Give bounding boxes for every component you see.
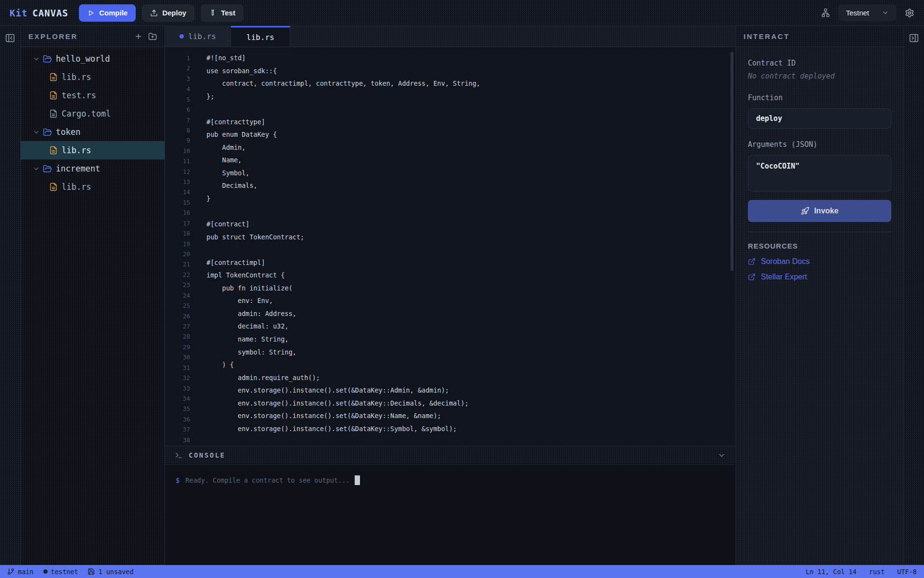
app-body: EXPLORER hello_worldlib.rstest.rsCargo.t… xyxy=(0,26,924,565)
editor-tab-label: lib.rs xyxy=(246,33,274,42)
line-number: 29 xyxy=(165,342,190,352)
plus-icon xyxy=(134,32,142,40)
line-number: 10 xyxy=(165,146,190,156)
line-number: 2 xyxy=(165,63,190,73)
collapse-sidebar-button[interactable] xyxy=(5,32,15,44)
console-title: CONSOLE xyxy=(189,451,226,459)
unsaved-status-label: 1 unsaved xyxy=(98,568,133,576)
new-folder-button[interactable] xyxy=(148,32,157,41)
console-header[interactable]: CONSOLE xyxy=(165,446,735,465)
tree-item-lib-rs[interactable]: lib.rs xyxy=(21,68,165,86)
file-icon xyxy=(49,109,58,118)
code-line: contract, contractimpl, contracttype, to… xyxy=(206,77,726,90)
file-icon xyxy=(49,146,58,155)
code-line: env.storage().instance().set(&DataKey::N… xyxy=(206,409,726,422)
line-number-gutter: 1234567891011121314151617181920212223242… xyxy=(165,53,190,445)
network-dropdown[interactable]: Testnet xyxy=(838,4,897,21)
console-line: $ Ready. Compile a contract to see outpu… xyxy=(176,475,725,485)
logo-kit: Kit xyxy=(10,8,27,18)
explorer-title: EXPLORER xyxy=(28,32,78,40)
explorer-header: EXPLORER xyxy=(21,26,165,47)
line-number: 1 xyxy=(165,53,190,63)
tree-item-increment[interactable]: increment xyxy=(21,159,165,178)
line-number: 20 xyxy=(165,249,190,259)
code-content[interactable]: #![no_std]use soroban_sdk::{ contract, c… xyxy=(206,52,726,435)
editor-tabbar: lib.rslib.rs xyxy=(165,26,735,47)
tree-item-token[interactable]: token xyxy=(21,123,165,141)
editor-scrollbar[interactable] xyxy=(731,52,733,271)
collapse-interact-button[interactable] xyxy=(909,32,919,44)
line-number: 3 xyxy=(165,74,190,84)
tree-item-name: lib.rs xyxy=(62,145,91,155)
test-tube-icon xyxy=(209,9,217,17)
code-line: env.storage().instance().set(&DataKey::S… xyxy=(206,422,726,435)
git-branch-status[interactable]: main xyxy=(7,568,34,576)
code-line: }; xyxy=(206,90,726,103)
code-editor[interactable]: 1234567891011121314151617181920212223242… xyxy=(165,47,735,446)
tree-item-name: lib.rs xyxy=(62,72,91,82)
line-number: 33 xyxy=(165,383,190,394)
line-number: 25 xyxy=(165,301,190,311)
encoding[interactable]: UTF-8 xyxy=(897,568,917,576)
chevron-down-icon xyxy=(882,9,889,16)
line-number: 18 xyxy=(165,228,190,238)
code-line: name: String, xyxy=(206,333,726,346)
chevron-down-icon[interactable] xyxy=(33,55,40,63)
folder-open-icon xyxy=(43,164,52,173)
app-logo: Kit CANVAS xyxy=(10,8,68,18)
line-number: 23 xyxy=(165,280,190,290)
folder-open-icon xyxy=(43,128,52,137)
arguments-textarea[interactable]: "CocoCOIN" xyxy=(748,155,891,192)
rocket-icon xyxy=(801,207,809,215)
code-line: admin.require_auth(); xyxy=(206,371,726,384)
line-number: 37 xyxy=(165,424,190,434)
deploy-button[interactable]: Deploy xyxy=(142,4,194,22)
tree-item-hello-world[interactable]: hello_world xyxy=(21,50,165,68)
resources-links: Soroban DocsStellar Expert xyxy=(748,257,891,281)
invoke-button[interactable]: Invoke xyxy=(748,200,891,222)
resource-link-soroban-docs[interactable]: Soroban Docs xyxy=(748,257,891,266)
settings-button[interactable] xyxy=(905,8,914,18)
file-icon xyxy=(49,183,58,191)
network-dropdown-value: Testnet xyxy=(846,9,869,17)
chevron-down-icon[interactable] xyxy=(33,165,40,172)
tree-item-test-rs[interactable]: test.rs xyxy=(21,86,165,105)
chevron-down-icon[interactable] xyxy=(33,129,40,136)
tree-item-cargo-toml[interactable]: Cargo.toml xyxy=(21,105,165,123)
editor-tab-0[interactable]: lib.rs xyxy=(165,26,231,47)
interact-panel: INTERACT Contract ID No contract deploye… xyxy=(735,26,924,565)
code-line xyxy=(206,243,726,256)
code-line: admin: Address, xyxy=(206,307,726,320)
line-number: 30 xyxy=(165,352,190,362)
compile-button[interactable]: Compile xyxy=(79,4,136,22)
chevron-down-icon xyxy=(718,451,726,460)
line-number: 19 xyxy=(165,239,190,249)
cursor-position[interactable]: Ln 11, Col 14 xyxy=(806,568,857,576)
arguments-label: Arguments (JSON) xyxy=(748,140,891,149)
function-input[interactable]: deploy xyxy=(748,108,891,129)
contract-id-empty-text: No contract deployed xyxy=(748,72,891,80)
test-button[interactable]: Test xyxy=(201,4,244,22)
resource-link-label: Stellar Expert xyxy=(761,273,807,281)
editor-tab-1[interactable]: lib.rs xyxy=(231,26,290,47)
network-topology-icon xyxy=(821,8,830,17)
cursor-position-label: Ln 11, Col 14 xyxy=(806,568,857,576)
file-icon xyxy=(49,73,58,81)
code-line xyxy=(206,205,726,218)
network-status[interactable]: testnet xyxy=(43,568,78,576)
panel-left-close-icon xyxy=(5,33,15,43)
console-collapse-button[interactable] xyxy=(718,451,726,460)
code-line: #![no_std] xyxy=(206,52,726,65)
tree-item-lib-rs[interactable]: lib.rs xyxy=(21,178,165,196)
resource-link-stellar-expert[interactable]: Stellar Expert xyxy=(748,273,891,281)
line-number: 9 xyxy=(165,135,190,145)
encoding-label: UTF-8 xyxy=(897,568,917,576)
tree-item-lib-rs[interactable]: lib.rs xyxy=(21,141,165,159)
code-line: Decimals, xyxy=(206,179,726,192)
language-mode[interactable]: rust xyxy=(869,568,885,576)
line-number: 31 xyxy=(165,363,190,373)
tree-item-name: hello_world xyxy=(56,54,110,64)
external-link-icon xyxy=(748,258,756,265)
new-file-button[interactable] xyxy=(134,32,142,41)
unsaved-status[interactable]: 1 unsaved xyxy=(88,568,133,576)
